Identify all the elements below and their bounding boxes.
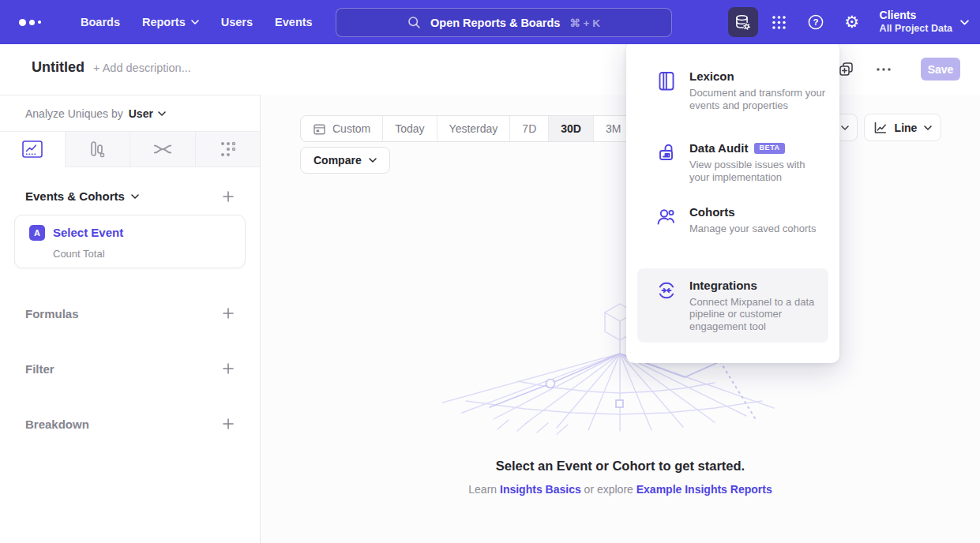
- analyze-row: Analyze Uniques by User: [0, 95, 260, 131]
- project-name: All Project Data: [880, 23, 952, 36]
- project-selector[interactable]: Clients All Project Data: [880, 9, 969, 35]
- duplicate-report-button[interactable]: [837, 60, 856, 79]
- chart-type-tabs: [0, 131, 260, 167]
- query-builder-sidebar: Analyze Uniques by User: [0, 95, 261, 543]
- nav-item-reports[interactable]: Reports: [131, 9, 210, 35]
- events-cohorts-header: Events & Cohorts: [25, 189, 235, 203]
- panel-title-text: Cohorts: [689, 205, 735, 219]
- data-management-dropdown-panel: Lexicon Document and transform your even…: [626, 41, 839, 363]
- data-management-button[interactable]: [728, 7, 758, 37]
- panel-item-description: Document and transform your events and p…: [689, 87, 825, 111]
- chevron-down-icon: [191, 20, 199, 24]
- date-range-label: Today: [395, 122, 424, 135]
- chevron-down-icon: [960, 20, 969, 25]
- nav-label: Users: [221, 16, 253, 28]
- tab-flow-chart[interactable]: [130, 132, 196, 167]
- lexicon-book-icon: [655, 69, 678, 93]
- chart-type-dropdown[interactable]: Line: [864, 114, 941, 141]
- tab-line-chart[interactable]: [0, 132, 66, 167]
- grid-dots-icon: [771, 14, 787, 31]
- panel-item-title: Data Audit BETA: [689, 141, 825, 155]
- chevron-down-icon: [369, 158, 377, 163]
- panel-item-description: Connect Mixpanel to a data pipeline or c…: [689, 296, 825, 333]
- line-chart-tab-icon: [22, 140, 43, 158]
- mixpanel-logo-icon[interactable]: [19, 19, 51, 26]
- panel-item-cohorts[interactable]: Cohorts Manage your saved cohorts: [626, 205, 839, 235]
- panel-item-lexicon[interactable]: Lexicon Document and transform your even…: [626, 69, 839, 111]
- tab-bar-chart[interactable]: [66, 132, 131, 167]
- chart-type-label: Line: [895, 122, 918, 134]
- main-nav: Boards Reports Users Events: [69, 9, 324, 35]
- add-formula-button[interactable]: [222, 307, 235, 320]
- formulas-section: Formulas: [25, 305, 235, 322]
- event-row-a[interactable]: A Select Event Count Total: [14, 215, 246, 268]
- tab-metrics[interactable]: [196, 132, 261, 167]
- events-cohorts-dropdown[interactable]: Events & Cohorts: [25, 189, 139, 203]
- save-button[interactable]: Save: [921, 58, 960, 81]
- select-event-button[interactable]: Select Event: [53, 226, 123, 239]
- search-placeholder: Open Reports & Boards: [430, 17, 560, 29]
- nav-label: Events: [275, 16, 313, 28]
- date-range-custom[interactable]: Custom: [301, 116, 383, 141]
- global-search-input[interactable]: Open Reports & Boards ⌘ + K: [336, 8, 672, 37]
- add-filter-button[interactable]: [222, 362, 235, 375]
- compare-label: Compare: [314, 154, 362, 167]
- date-range-7d[interactable]: 7D: [510, 116, 549, 141]
- search-shortcut: ⌘ + K: [569, 17, 600, 29]
- date-range-today[interactable]: Today: [383, 116, 437, 141]
- panel-title-text: Data Audit: [689, 141, 748, 155]
- insights-basics-link[interactable]: Insights Basics: [500, 483, 581, 496]
- plus-icon: [222, 307, 235, 320]
- report-title[interactable]: Untitled: [32, 59, 84, 76]
- panel-item-integrations[interactable]: Integrations Connect Mixpanel to a data …: [637, 268, 828, 343]
- flow-tab-icon: [152, 141, 173, 157]
- top-navbar: Boards Reports Users Events Open Reports…: [0, 0, 980, 44]
- plus-icon: [222, 362, 235, 375]
- add-event-button[interactable]: [222, 190, 235, 203]
- nav-item-users[interactable]: Users: [210, 9, 264, 35]
- nav-label: Boards: [81, 16, 120, 28]
- example-insights-reports-link[interactable]: Example Insights Reports: [636, 483, 772, 496]
- panel-item-title: Lexicon: [689, 69, 825, 83]
- plus-icon: [222, 418, 235, 430]
- ellipsis-icon: [877, 68, 891, 71]
- nav-item-boards[interactable]: Boards: [69, 9, 131, 35]
- empty-state-title: Select an Event or Cohort to get started…: [261, 459, 980, 474]
- calendar-icon: [313, 122, 326, 136]
- filter-label: Filter: [25, 362, 54, 376]
- chevron-down-icon: [131, 194, 139, 199]
- date-range-30d[interactable]: 30D: [549, 116, 594, 141]
- copy-plus-icon: [838, 61, 855, 78]
- panel-title-text: Lexicon: [689, 69, 734, 83]
- panel-item-data-audit[interactable]: Data Audit BETA View possible issues wit…: [626, 141, 839, 183]
- analyze-by-dropdown[interactable]: User: [129, 107, 166, 120]
- panel-item-description: View possible issues with your implement…: [689, 159, 825, 183]
- help-button[interactable]: ?: [801, 7, 831, 37]
- plus-icon: [222, 190, 235, 203]
- nav-label: Reports: [142, 16, 186, 28]
- date-range-yesterday[interactable]: Yesterday: [437, 116, 511, 141]
- chevron-down-icon: [841, 125, 849, 130]
- more-options-button[interactable]: [874, 60, 893, 79]
- analyze-value: User: [129, 107, 153, 120]
- apps-grid-button[interactable]: [764, 7, 794, 37]
- line-chart-icon: [873, 121, 888, 135]
- breakdown-label: Breakdown: [25, 418, 89, 431]
- search-icon: [407, 16, 421, 29]
- event-letter-badge: A: [29, 225, 45, 241]
- settings-button[interactable]: ⚙: [837, 7, 867, 37]
- compare-dropdown[interactable]: Compare: [300, 147, 390, 174]
- add-description-field[interactable]: + Add description...: [93, 62, 191, 74]
- metrics-dots-tab-icon: [219, 140, 236, 158]
- date-range-control: Custom Today Yesterday 7D 30D 3M 6M: [300, 115, 674, 142]
- count-type-dropdown[interactable]: Count Total: [53, 248, 105, 260]
- panel-title-text: Integrations: [689, 279, 757, 292]
- panel-item-title: Integrations: [689, 279, 825, 292]
- add-breakdown-button[interactable]: [222, 418, 235, 430]
- empty-state-links: Learn Insights Basics or explore Example…: [261, 483, 980, 496]
- learn-prefix: Learn: [468, 483, 497, 496]
- date-range-label: Custom: [332, 122, 370, 135]
- date-range-label: 7D: [522, 122, 536, 135]
- question-circle-icon: ?: [807, 13, 824, 31]
- nav-item-events[interactable]: Events: [264, 9, 324, 35]
